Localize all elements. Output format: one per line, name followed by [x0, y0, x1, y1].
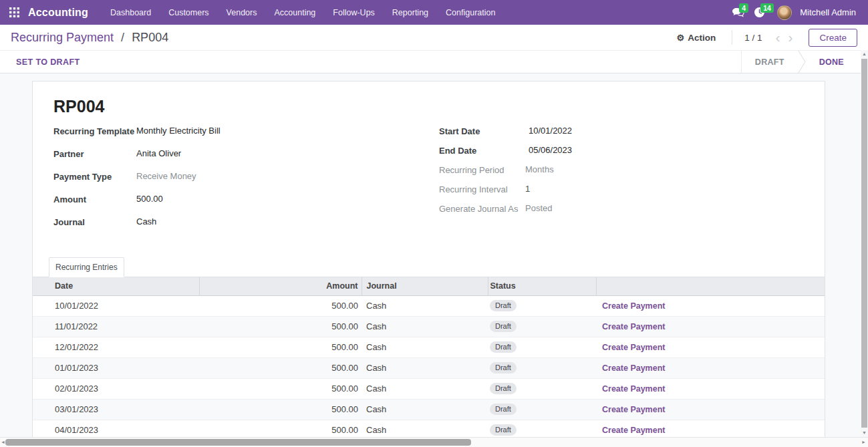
table-row[interactable]: 12/01/2022 500.00 Cash Draft Create Paym…: [33, 337, 825, 357]
column-header-action: [596, 277, 825, 295]
menu-follow-ups[interactable]: Follow-Ups: [324, 0, 384, 25]
column-header-status[interactable]: Status: [488, 277, 596, 295]
table-header-row: Date Amount Journal Status: [33, 277, 825, 295]
cell-date[interactable]: 11/01/2022: [33, 316, 199, 337]
cell-amount[interactable]: 500.00: [199, 337, 361, 357]
breadcrumb-current: RP004: [132, 31, 168, 44]
field-groups: Recurring Template Monthly Electricity B…: [53, 126, 804, 239]
create-payment-link[interactable]: Create Payment: [602, 426, 666, 435]
cell-date[interactable]: 02/01/2023: [33, 378, 199, 399]
create-payment-link[interactable]: Create Payment: [602, 384, 666, 394]
field-recurring-interval: Recurring Interval 1: [439, 184, 804, 197]
field-value[interactable]: Posted: [525, 203, 552, 213]
field-label: Recurring Template: [53, 126, 136, 136]
create-button[interactable]: Create: [809, 29, 857, 47]
recurring-entries-table: Date Amount Journal Status 10/01/2022 50…: [33, 277, 825, 447]
cell-date[interactable]: 01/01/2023: [33, 357, 199, 378]
field-value[interactable]: Receive Money: [136, 171, 196, 181]
cell-journal[interactable]: Cash: [361, 316, 488, 337]
user-avatar[interactable]: [777, 5, 792, 20]
field-value[interactable]: 05/06/2023: [525, 145, 572, 155]
field-label: Recurring Interval: [439, 184, 525, 194]
table-row[interactable]: 01/01/2023 500.00 Cash Draft Create Paym…: [33, 357, 825, 378]
column-header-amount[interactable]: Amount: [199, 277, 361, 295]
field-payment-type: Payment Type Receive Money: [53, 171, 439, 184]
create-payment-link[interactable]: Create Payment: [602, 405, 666, 414]
create-payment-link[interactable]: Create Payment: [602, 322, 666, 331]
cell-journal[interactable]: Cash: [361, 378, 488, 399]
field-start-date: Start Date 10/01/2022: [439, 126, 804, 139]
set-to-draft-button[interactable]: SET TO DRAFT: [0, 51, 83, 73]
user-menu[interactable]: Mitchell Admin: [800, 7, 856, 17]
horizontal-scrollbar[interactable]: ◄ ►: [0, 437, 868, 447]
cell-amount[interactable]: 500.00: [199, 357, 361, 378]
cell-date[interactable]: 03/01/2023: [33, 399, 199, 420]
column-header-journal[interactable]: Journal: [361, 277, 488, 295]
status-badge: Draft: [490, 300, 517, 311]
field-label: Amount: [53, 194, 136, 204]
scroll-down-icon[interactable]: ▼: [861, 429, 868, 437]
cell-journal[interactable]: Cash: [361, 337, 488, 357]
menu-customers[interactable]: Customers: [160, 0, 217, 25]
menu-dashboard[interactable]: Dashboard: [102, 0, 160, 25]
field-label: Journal: [53, 216, 136, 227]
cell-date[interactable]: 10/01/2022: [33, 295, 199, 316]
scroll-up-icon[interactable]: ▲: [861, 50, 868, 58]
cell-journal[interactable]: Cash: [361, 357, 488, 378]
table-row[interactable]: 02/01/2023 500.00 Cash Draft Create Paym…: [33, 378, 825, 399]
menu-accounting[interactable]: Accounting: [265, 0, 324, 25]
cell-amount[interactable]: 500.00: [199, 316, 361, 337]
cell-amount[interactable]: 500.00: [199, 399, 361, 420]
menu-reporting[interactable]: Reporting: [384, 0, 437, 25]
cell-amount[interactable]: 500.00: [199, 295, 361, 316]
form-view: RP004 Recurring Template Monthly Electri…: [0, 73, 868, 447]
cell-journal[interactable]: Cash: [361, 295, 488, 316]
column-header-date[interactable]: Date: [33, 277, 199, 295]
breadcrumb-separator: /: [121, 31, 124, 44]
cell-amount[interactable]: 500.00: [199, 378, 361, 399]
breadcrumb: Recurring Payment / RP004: [11, 31, 168, 45]
field-label: Partner: [53, 148, 136, 159]
vertical-scrollbar-thumb[interactable]: [861, 59, 867, 428]
field-label: Payment Type: [53, 171, 136, 182]
field-value[interactable]: Months: [525, 164, 554, 174]
activities-button[interactable]: 14: [752, 5, 766, 20]
cell-date[interactable]: 12/01/2022: [33, 337, 199, 357]
field-value[interactable]: Cash: [136, 216, 156, 227]
pager-next-icon[interactable]: ›: [784, 31, 797, 43]
field-value[interactable]: Monthly Electricity Bill: [136, 126, 221, 136]
scroll-right-icon[interactable]: ►: [861, 438, 867, 447]
messages-count-badge: 4: [739, 3, 748, 13]
notebook-tabs: Recurring Entries: [33, 257, 825, 277]
action-menu-button[interactable]: ⚙ Action: [673, 30, 720, 45]
field-value[interactable]: 1: [525, 184, 530, 194]
field-label: Start Date: [439, 126, 525, 136]
status-badge: Draft: [490, 321, 517, 332]
menu-vendors[interactable]: Vendors: [218, 0, 266, 25]
vertical-scrollbar[interactable]: ▲ ▼: [861, 50, 868, 437]
table-row[interactable]: 11/01/2022 500.00 Cash Draft Create Paym…: [33, 316, 825, 337]
state-draft[interactable]: DRAFT: [742, 51, 798, 73]
field-value[interactable]: 10/01/2022: [525, 126, 572, 136]
breadcrumb-parent-link[interactable]: Recurring Payment: [11, 31, 114, 44]
create-payment-link[interactable]: Create Payment: [602, 363, 666, 373]
table-row[interactable]: 10/01/2022 500.00 Cash Draft Create Paym…: [33, 295, 825, 316]
field-value[interactable]: Anita Oliver: [136, 148, 181, 158]
table-row[interactable]: 03/01/2023 500.00 Cash Draft Create Paym…: [33, 399, 825, 420]
app-name[interactable]: Accounting: [28, 7, 88, 19]
state-done[interactable]: DONE: [806, 51, 857, 73]
status-badge: Draft: [490, 424, 517, 436]
cell-journal[interactable]: Cash: [361, 399, 488, 420]
pager-previous-icon[interactable]: ‹: [771, 31, 784, 43]
tab-recurring-entries[interactable]: Recurring Entries: [49, 257, 124, 277]
create-payment-link[interactable]: Create Payment: [602, 301, 666, 311]
field-generate-journal-as: Generate Journal As Posted: [439, 203, 804, 216]
apps-grid-icon[interactable]: [9, 7, 19, 17]
create-payment-link[interactable]: Create Payment: [602, 343, 666, 352]
horizontal-scrollbar-thumb[interactable]: [5, 439, 471, 446]
field-value[interactable]: 500.00: [136, 194, 163, 204]
messages-button[interactable]: 4: [730, 5, 745, 20]
field-label: Generate Journal As: [439, 203, 525, 214]
field-recurring-template: Recurring Template Monthly Electricity B…: [53, 126, 439, 139]
menu-configuration[interactable]: Configuration: [437, 0, 504, 25]
